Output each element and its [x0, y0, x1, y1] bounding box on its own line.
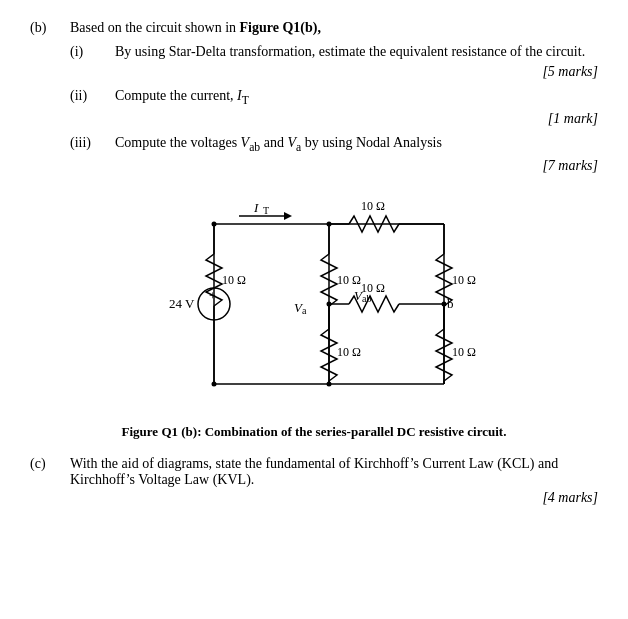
svg-text:10 Ω: 10 Ω — [337, 273, 361, 287]
svg-text:10 Ω: 10 Ω — [222, 273, 246, 287]
sub-content-ii: Compute the current, IT — [115, 88, 598, 107]
svg-marker-6 — [284, 212, 292, 220]
svg-text:10 Ω: 10 Ω — [361, 199, 385, 213]
svg-point-39 — [327, 301, 332, 306]
svg-text:a: a — [302, 305, 307, 316]
part-c-marks: [4 marks] — [70, 490, 598, 506]
part-c-text: With the aid of diagrams, state the fund… — [70, 456, 598, 488]
svg-text:+: + — [209, 289, 216, 303]
sub-label-i: (i) — [70, 44, 115, 60]
part-c-label: (c) — [30, 456, 70, 514]
marks-i: [5 marks] — [70, 64, 598, 80]
sub-label-ii: (ii) — [70, 88, 115, 107]
part-b-header: (b) Based on the circuit shown in Figure… — [30, 20, 598, 36]
svg-text:10 Ω: 10 Ω — [452, 345, 476, 359]
sub-content-i: By using Star-Delta transformation, esti… — [115, 44, 598, 60]
sub-label-iii: (iii) — [70, 135, 115, 154]
sub-question-ii: (ii) Compute the current, IT — [70, 88, 598, 107]
sub-question-iii: (iii) Compute the voltages Vab and Va by… — [70, 135, 598, 154]
circuit-diagram: I T 10 Ω 10 Ω 10 Ω 10 Ω 10 Ω 10 — [30, 194, 598, 414]
part-c: (c) With the aid of diagrams, state the … — [30, 456, 598, 514]
svg-point-38 — [327, 221, 332, 226]
svg-point-40 — [327, 381, 332, 386]
svg-point-41 — [442, 301, 447, 306]
svg-text:b: b — [447, 296, 454, 311]
svg-text:24 V: 24 V — [169, 296, 195, 311]
svg-text:10 Ω: 10 Ω — [337, 345, 361, 359]
svg-point-42 — [212, 221, 217, 226]
sub-content-iii: Compute the voltages Vab and Va by using… — [115, 135, 598, 154]
marks-iii: [7 marks] — [70, 158, 598, 174]
sub-question-i: (i) By using Star-Delta transformation, … — [70, 44, 598, 60]
figure-caption: Figure Q1 (b): Combination of the series… — [30, 424, 598, 440]
svg-text:ab: ab — [362, 293, 371, 304]
marks-ii: [1 mark] — [70, 111, 598, 127]
svg-text:10 Ω: 10 Ω — [452, 273, 476, 287]
svg-text:T: T — [263, 205, 269, 216]
part-b-label: (b) — [30, 20, 70, 36]
svg-point-43 — [212, 381, 217, 386]
svg-text:I: I — [253, 200, 259, 215]
part-b-intro: Based on the circuit shown in Figure Q1(… — [70, 20, 598, 36]
